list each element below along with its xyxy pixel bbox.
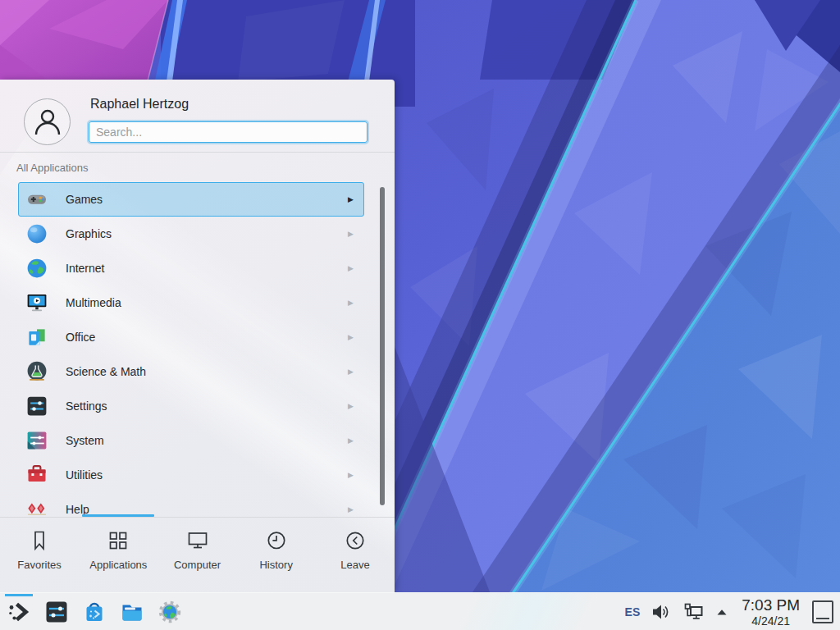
category-label: Multimedia bbox=[66, 296, 121, 309]
category-row-internet[interactable]: Internet ▶ bbox=[18, 251, 364, 285]
category-label: Settings bbox=[66, 399, 107, 413]
grid-icon bbox=[106, 528, 130, 553]
kickoff-launcher-popup: Raphael Hertzog All Applications Games ▶ bbox=[0, 80, 395, 592]
tab-label: Favorites bbox=[17, 559, 61, 571]
tab-applications[interactable]: Applications bbox=[79, 518, 158, 592]
category-label: Science & Math bbox=[66, 365, 146, 378]
submenu-arrow-icon: ▶ bbox=[348, 436, 354, 445]
globe-gear-icon bbox=[158, 600, 182, 624]
search-input[interactable] bbox=[89, 121, 368, 143]
submenu-arrow-icon: ▶ bbox=[348, 368, 354, 376]
tab-label: Leave bbox=[340, 559, 369, 571]
panel-launchers bbox=[0, 600, 182, 624]
kickoff-header: Raphael Hertzog bbox=[0, 80, 395, 153]
category-row-science-math[interactable]: Science & Math ▶ bbox=[18, 354, 364, 389]
user-name: Raphael Hertzog bbox=[90, 97, 189, 112]
leave-circle-icon bbox=[343, 528, 368, 553]
kickoff-tabbar: Favorites Applications Computer bbox=[0, 518, 395, 592]
category-row-utilities[interactable]: Utilities ▶ bbox=[18, 458, 364, 492]
discover-launcher-button[interactable] bbox=[82, 600, 107, 624]
category-row-multimedia[interactable]: Multimedia ▶ bbox=[18, 285, 364, 320]
system-tray: ES 7:03 PM 4/24/21 bbox=[625, 597, 840, 627]
submenu-arrow-icon: ▶ bbox=[348, 230, 354, 238]
tab-computer[interactable]: Computer bbox=[158, 518, 236, 592]
kde-kickoff-icon bbox=[7, 600, 31, 624]
expand-tray-caret-icon[interactable] bbox=[714, 605, 729, 619]
dolphin-launcher-button[interactable] bbox=[120, 600, 144, 624]
system-settings-icon bbox=[44, 600, 69, 624]
list-scrollbar[interactable] bbox=[380, 187, 385, 505]
submenu-arrow-icon: ▶ bbox=[348, 471, 354, 479]
section-label: All Applications bbox=[16, 162, 88, 174]
category-label: Office bbox=[66, 331, 95, 344]
category-label: System bbox=[66, 434, 104, 447]
desktop: Raphael Hertzog All Applications Games ▶ bbox=[0, 0, 840, 630]
globe-icon bbox=[25, 257, 48, 280]
graphics-ball-icon bbox=[25, 222, 48, 245]
tab-favorites[interactable]: Favorites bbox=[0, 518, 79, 592]
submenu-arrow-icon: ▶ bbox=[348, 299, 354, 307]
submenu-arrow-icon: ▶ bbox=[348, 195, 354, 203]
category-label: Games bbox=[66, 193, 103, 206]
gamepad-icon bbox=[25, 188, 48, 211]
application-launcher-button[interactable] bbox=[7, 600, 31, 624]
clock-date: 4/24/21 bbox=[751, 615, 790, 627]
discover-bag-icon bbox=[82, 600, 107, 624]
taskbar-panel: ES 7:03 PM 4/24/21 bbox=[0, 592, 840, 630]
tab-leave[interactable]: Leave bbox=[316, 518, 395, 592]
multimedia-monitor-icon bbox=[25, 291, 48, 314]
submenu-arrow-icon: ▶ bbox=[348, 402, 354, 410]
tab-label: Computer bbox=[174, 559, 221, 571]
keyboard-layout-indicator[interactable]: ES bbox=[625, 605, 641, 619]
show-desktop-button[interactable] bbox=[812, 600, 833, 623]
help-icon bbox=[25, 498, 48, 517]
category-row-office[interactable]: Office ▶ bbox=[18, 320, 364, 354]
clock-time: 7:03 PM bbox=[742, 597, 800, 613]
category-label: Utilities bbox=[66, 468, 103, 482]
tab-label: History bbox=[259, 559, 292, 571]
tab-history[interactable]: History bbox=[237, 518, 316, 592]
digital-clock[interactable]: 7:03 PM 4/24/21 bbox=[742, 597, 800, 627]
clock-icon bbox=[264, 528, 289, 553]
person-icon bbox=[32, 107, 63, 138]
category-row-settings[interactable]: Settings ▶ bbox=[18, 389, 364, 423]
category-label: Internet bbox=[66, 262, 104, 275]
category-row-graphics[interactable]: Graphics ▶ bbox=[18, 217, 364, 251]
utilities-toolbox-icon bbox=[25, 463, 48, 486]
system-settings-launcher-button[interactable] bbox=[44, 600, 69, 624]
category-row-help[interactable]: Help ▶ bbox=[18, 492, 364, 517]
submenu-arrow-icon: ▶ bbox=[348, 333, 354, 341]
bookmark-icon bbox=[27, 528, 52, 553]
volume-icon[interactable] bbox=[651, 601, 672, 623]
submenu-arrow-icon: ▶ bbox=[348, 505, 354, 514]
user-avatar[interactable] bbox=[24, 98, 71, 145]
category-row-games[interactable]: Games ▶ bbox=[18, 182, 364, 217]
dolphin-folder-icon bbox=[120, 600, 144, 624]
submenu-arrow-icon: ▶ bbox=[348, 264, 354, 272]
tab-label: Applications bbox=[89, 559, 147, 571]
category-list: Games ▶ Graphics ▶ bbox=[18, 182, 364, 517]
category-row-system[interactable]: System ▶ bbox=[18, 423, 364, 458]
system-sliders-icon bbox=[25, 429, 48, 452]
header-divider bbox=[0, 152, 395, 153]
office-documents-icon bbox=[25, 326, 48, 349]
settings-sliders-icon bbox=[25, 395, 48, 418]
network-wired-icon[interactable] bbox=[682, 601, 704, 623]
browser-launcher-button[interactable] bbox=[158, 600, 182, 624]
category-label: Graphics bbox=[66, 227, 112, 240]
monitor-icon bbox=[185, 528, 210, 553]
science-flask-icon bbox=[25, 360, 48, 383]
